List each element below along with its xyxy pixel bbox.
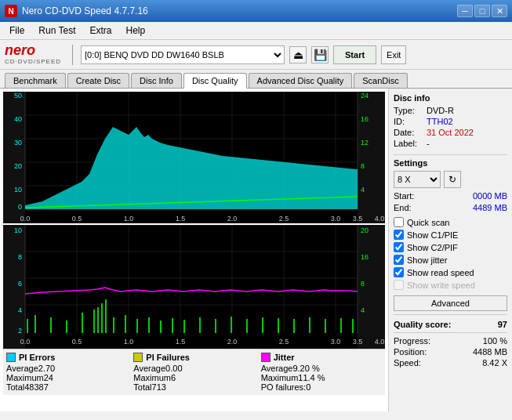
jitter-avg: Average9.20 % [261,364,382,373]
end-label: End: [394,203,412,212]
jitter-header: Jitter [261,353,382,362]
svg-text:4.0: 4.0 [375,338,385,346]
nero-logo-sub: CD·DVD/SPEED [5,59,61,66]
svg-rect-56 [66,320,67,333]
svg-rect-69 [199,317,201,333]
svg-rect-76 [309,317,310,333]
show-c2pif-row: Show C2/PIF [394,242,507,252]
svg-text:10: 10 [14,186,22,194]
svg-text:1.0: 1.0 [124,338,134,346]
start-mb-row: Start: 0000 MB [394,191,507,201]
position-row: Position: 4488 MB [394,347,507,357]
svg-text:8: 8 [18,253,22,261]
title-bar: N Nero CD-DVD Speed 4.7.7.16 ─ □ ✕ [0,0,512,22]
eject-button[interactable]: ⏏ [289,46,307,63]
pi-failures-total: Total713 [133,382,254,392]
pi-errors-avg: Average2.70 [6,364,127,373]
tab-bar: Benchmark Create Disc Disc Info Disc Qua… [0,70,512,89]
speed-selector[interactable]: 8 X 1 X 2 X 4 X 12 X 16 X MAX [394,171,441,188]
disc-info-title: Disc info [394,93,507,103]
quality-score-row: Quality score: 97 [394,320,507,329]
stats-bar: PI Errors Average2.70 Maximum24 Total483… [3,349,385,395]
svg-rect-75 [293,319,295,333]
svg-rect-73 [262,317,263,333]
svg-text:4: 4 [361,306,365,314]
maximize-button[interactable]: □ [474,5,490,17]
window-title: Nero CD-DVD Speed 4.7.7.16 [22,5,148,16]
tab-advanced-disc-quality[interactable]: Advanced Disc Quality [249,73,353,88]
tab-disc-quality[interactable]: Disc Quality [183,73,247,89]
start-button[interactable]: Start [333,45,376,64]
svg-text:2.5: 2.5 [279,338,289,346]
svg-text:3.0: 3.0 [331,215,341,223]
progress-row: Progress: 100 % [394,336,507,346]
main-content: 50 40 30 20 10 0 24 16 12 8 4 0.0 0.5 1.… [0,89,512,411]
svg-text:0.5: 0.5 [72,338,82,346]
svg-rect-79 [352,319,354,333]
menu-run-test[interactable]: Run Test [32,24,82,38]
title-bar-left: N Nero CD-DVD Speed 4.7.7.16 [5,5,148,17]
pi-errors-legend-box [6,353,16,362]
minimize-button[interactable]: ─ [457,5,473,17]
show-write-speed-checkbox [394,280,404,290]
show-read-speed-checkbox[interactable] [394,267,404,277]
speed-value: 8.42 X [482,358,507,368]
toolbar: nero CD·DVD/SPEED [0:0] BENQ DVD DD DW16… [0,40,512,70]
disc-type-row: Type: DVD-R [394,106,507,115]
svg-rect-59 [97,307,99,333]
pi-failures-avg: Average0.00 [133,364,254,373]
tab-create-disc[interactable]: Create Disc [67,73,129,88]
menu-file[interactable]: File [3,24,31,38]
quick-scan-checkbox[interactable] [394,217,404,227]
show-jitter-row: Show jitter [394,255,507,265]
svg-text:16: 16 [361,253,369,261]
svg-text:2.0: 2.0 [227,215,238,223]
exit-button[interactable]: Exit [381,45,406,64]
svg-rect-70 [215,319,216,333]
svg-text:1.5: 1.5 [176,215,186,223]
pi-errors-total: Total48387 [6,382,127,392]
progress-value: 100 % [483,336,507,346]
menu-extra[interactable]: Extra [83,24,118,38]
svg-rect-38 [3,225,385,349]
svg-text:12: 12 [361,139,369,147]
menu-help[interactable]: Help [120,24,152,38]
svg-rect-60 [101,303,103,333]
close-button[interactable]: ✕ [492,5,507,17]
start-label: Start: [394,191,414,201]
svg-rect-71 [231,317,232,333]
pi-errors-header: PI Errors [6,353,127,362]
show-read-speed-label: Show read speed [407,268,474,277]
nero-logo: nero CD·DVD/SPEED [5,43,61,66]
divider2 [394,314,507,315]
disc-date-row: Date: 31 Oct 2022 [394,128,507,137]
show-write-speed-label: Show write speed [407,281,475,290]
settings-refresh-button[interactable]: ↻ [444,171,461,188]
speed-row: 8 X 1 X 2 X 4 X 12 X 16 X MAX ↻ [394,171,507,188]
svg-rect-67 [172,318,173,333]
svg-text:20: 20 [14,162,22,170]
tab-disc-info[interactable]: Disc Info [131,73,182,88]
show-c2pif-checkbox[interactable] [394,242,404,252]
tab-benchmark[interactable]: Benchmark [5,73,66,88]
svg-text:2: 2 [18,327,22,335]
show-c1pie-checkbox[interactable] [394,230,404,240]
pi-errors-max: Maximum24 [6,373,127,382]
save-button[interactable]: 💾 [311,46,329,63]
show-c1pie-row: Show C1/PIE [394,230,507,240]
drive-selector[interactable]: [0:0] BENQ DVD DD DW1640 BSLB [81,45,285,64]
advanced-button[interactable]: Advanced [394,295,507,311]
divider3 [394,332,507,333]
jitter-max: Maximum11.4 % [261,373,382,382]
tab-scan-disc[interactable]: ScanDisc [354,73,407,88]
pi-failures-legend-box [133,353,143,362]
pi-failures-header: PI Failures [133,353,254,362]
svg-text:50: 50 [14,92,22,100]
svg-text:8: 8 [361,162,365,170]
toolbar-divider [72,45,73,65]
svg-rect-66 [160,320,162,333]
svg-rect-55 [50,317,52,333]
app-icon: N [5,5,17,17]
show-jitter-checkbox[interactable] [394,255,404,265]
svg-text:4: 4 [18,306,22,314]
